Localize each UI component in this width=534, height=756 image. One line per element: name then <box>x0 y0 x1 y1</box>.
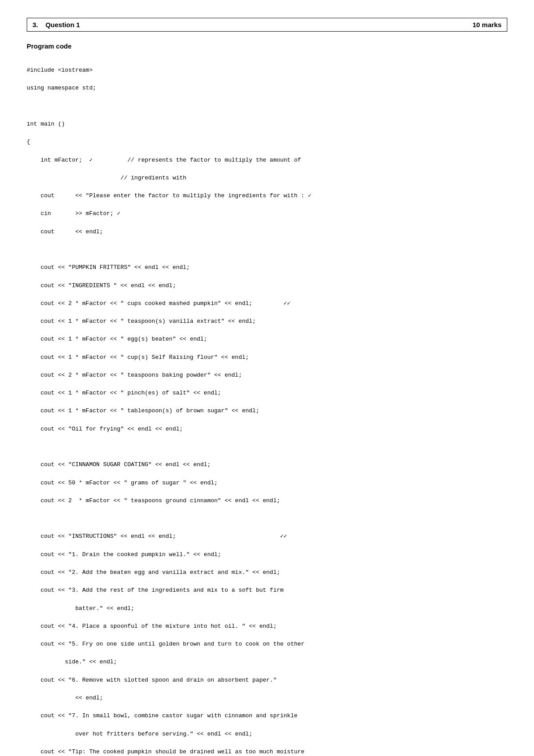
code-line: cout << "4. Place a spoonful of the mixt… <box>27 622 507 631</box>
code-line: cout << "2. Add the beaten egg and vanil… <box>27 568 507 577</box>
code-line: side." << endl; <box>27 658 507 667</box>
code-line: int main () <box>27 120 507 129</box>
code-line: cout << 1 * mFactor << " teaspoon(s) van… <box>27 317 507 326</box>
code-line: using namespace std; <box>27 84 507 93</box>
code-line: cout << "PUMPKIN FRITTERS" << endl << en… <box>27 263 507 272</box>
code-line: cout << endl; <box>27 228 507 236</box>
code-line: int mFactor; ✓ // represents the factor … <box>27 156 507 165</box>
code-line: cout << "1. Drain the cooked pumpkin wel… <box>27 550 507 559</box>
code-line: #include <iostream> <box>27 66 507 75</box>
code-line: cout << "Please enter the factor to mult… <box>27 191 507 200</box>
code-line: cout << 1 * mFactor << " pinch(es) of sa… <box>27 389 507 398</box>
code-line: cout << "Oil for frying" << endl << endl… <box>27 425 507 434</box>
code-line: cin >> mFactor; ✓ <box>27 209 507 218</box>
code-line: cout << "3. Add the rest of the ingredie… <box>27 586 507 595</box>
code-line: cout << 1 * mFactor << " tablespoon(s) o… <box>27 406 507 415</box>
section-label: Program code <box>27 42 507 50</box>
code-line: cout << "6. Remove with slotted spoon an… <box>27 676 507 685</box>
code-line: batter." << endl; <box>27 604 507 613</box>
code-line <box>27 245 507 254</box>
code-line: cout << 50 * mFactor << " grams of sugar… <box>27 479 507 488</box>
code-line: cout << 1 * mFactor << " cup(s) Self Rai… <box>27 353 507 362</box>
code-line <box>27 443 507 451</box>
code-line <box>27 514 507 523</box>
marks-label: 10 marks <box>473 21 502 28</box>
question-header: 3. Question 1 10 marks <box>27 18 507 32</box>
code-line: << endl; <box>27 694 507 703</box>
code-line: cout << 1 * mFactor << " egg(s) beaten" … <box>27 335 507 344</box>
code-line: cout << 2 * mFactor << " teaspoons bakin… <box>27 371 507 380</box>
code-line: cout << "INSTRUCTIONS" << endl << endl; … <box>27 532 507 541</box>
code-line: // ingredients with <box>27 174 507 183</box>
code-block: #include <iostream> using namespace std;… <box>27 57 507 756</box>
code-line: { <box>27 138 507 146</box>
code-line: cout << 2 * mFactor << " teaspoons groun… <box>27 496 507 505</box>
code-line: cout << "Tip: The cooked pumpkin should … <box>27 748 507 756</box>
code-line: cout << 2 * mFactor << " cups cooked mas… <box>27 299 507 308</box>
code-line: over hot fritters before serving." << en… <box>27 730 507 739</box>
code-line: cout << "5. Fry on one side until golden… <box>27 640 507 649</box>
code-line: cout << "7. In small bowl, combine casto… <box>27 711 507 720</box>
code-line: cout << "INGREDIENTS " << endl << endl; <box>27 281 507 290</box>
code-line: cout << "CINNAMON SUGAR COATING" << endl… <box>27 460 507 469</box>
question-number: 3. Question 1 <box>32 21 80 28</box>
code-line <box>27 102 507 111</box>
